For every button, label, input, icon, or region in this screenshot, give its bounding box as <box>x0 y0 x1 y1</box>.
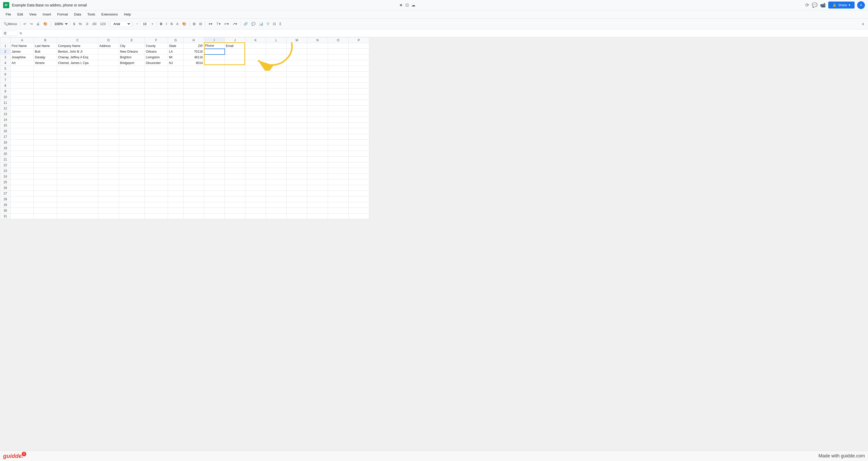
decrease-font-button[interactable]: − <box>134 21 140 27</box>
cell-M17[interactable] <box>287 134 307 140</box>
cell-D23[interactable] <box>98 168 119 174</box>
cell-P17[interactable] <box>349 134 369 140</box>
row-header-13[interactable]: 13 <box>0 111 10 117</box>
cell-P5[interactable] <box>349 66 369 71</box>
cell-N6[interactable] <box>307 71 328 77</box>
cell-A18[interactable] <box>10 140 34 145</box>
cell-B4[interactable]: Venere <box>34 60 57 66</box>
cell-I25[interactable] <box>204 179 225 185</box>
cell-G4[interactable]: NJ <box>168 60 183 66</box>
cell-D1[interactable]: Address <box>98 43 119 49</box>
cell-L11[interactable] <box>266 100 287 105</box>
cell-I12[interactable] <box>204 105 225 111</box>
cell-G14[interactable] <box>168 117 183 123</box>
cell-G10[interactable] <box>168 94 183 100</box>
chat-icon[interactable]: 💬 <box>812 2 817 8</box>
row-header-14[interactable]: 14 <box>0 117 10 123</box>
cell-P14[interactable] <box>349 117 369 123</box>
cell-A15[interactable] <box>10 123 34 128</box>
cell-G29[interactable] <box>168 202 183 208</box>
cell-P24[interactable] <box>349 174 369 179</box>
cell-G17[interactable] <box>168 134 183 140</box>
cell-E25[interactable] <box>119 179 145 185</box>
cell-P6[interactable] <box>349 71 369 77</box>
cell-J30[interactable] <box>225 208 245 213</box>
cell-M11[interactable] <box>287 100 307 105</box>
cell-G6[interactable] <box>168 71 183 77</box>
cell-C17[interactable] <box>57 134 98 140</box>
col-header-I[interactable]: I <box>204 37 225 43</box>
cell-C20[interactable] <box>57 151 98 157</box>
cell-F6[interactable] <box>145 71 168 77</box>
cell-K9[interactable] <box>245 89 266 94</box>
cell-J18[interactable] <box>225 140 245 145</box>
cell-O18[interactable] <box>328 140 349 145</box>
col-header-A[interactable]: A <box>10 37 34 43</box>
cell-N30[interactable] <box>307 208 328 213</box>
cell-H24[interactable] <box>183 174 204 179</box>
cell-H29[interactable] <box>183 202 204 208</box>
cell-M30[interactable] <box>287 208 307 213</box>
cell-P28[interactable] <box>349 196 369 202</box>
cell-F2[interactable]: Orleans <box>145 49 168 55</box>
cell-M14[interactable] <box>287 117 307 123</box>
cell-N5[interactable] <box>307 66 328 71</box>
cell-E12[interactable] <box>119 105 145 111</box>
row-header-8[interactable]: 8 <box>0 83 10 89</box>
cell-J5[interactable] <box>225 66 245 71</box>
cell-B24[interactable] <box>34 174 57 179</box>
cell-N20[interactable] <box>307 151 328 157</box>
cell-G26[interactable] <box>168 185 183 191</box>
menu-help[interactable]: Help <box>121 11 133 17</box>
cell-D17[interactable] <box>98 134 119 140</box>
cell-D3[interactable] <box>98 55 119 60</box>
cell-F25[interactable] <box>145 179 168 185</box>
cell-H8[interactable] <box>183 83 204 89</box>
cell-D31[interactable] <box>98 213 119 219</box>
cell-P12[interactable] <box>349 105 369 111</box>
chart-button[interactable]: 📊 <box>257 21 265 27</box>
cell-D22[interactable] <box>98 162 119 168</box>
cell-P8[interactable] <box>349 83 369 89</box>
cell-D30[interactable] <box>98 208 119 213</box>
cell-N19[interactable] <box>307 145 328 151</box>
cell-O25[interactable] <box>328 179 349 185</box>
cell-F28[interactable] <box>145 196 168 202</box>
cell-L16[interactable] <box>266 128 287 134</box>
cell-L21[interactable] <box>266 157 287 162</box>
cell-A29[interactable] <box>10 202 34 208</box>
cell-P23[interactable] <box>349 168 369 174</box>
cell-O24[interactable] <box>328 174 349 179</box>
cell-M23[interactable] <box>287 168 307 174</box>
cell-M16[interactable] <box>287 128 307 134</box>
cell-J11[interactable] <box>225 100 245 105</box>
cell-D24[interactable] <box>98 174 119 179</box>
cell-N9[interactable] <box>307 89 328 94</box>
cell-B13[interactable] <box>34 111 57 117</box>
cell-D29[interactable] <box>98 202 119 208</box>
paint-format-button[interactable]: 🎨 <box>42 21 49 27</box>
cell-M31[interactable] <box>287 213 307 219</box>
star-icon[interactable]: ★ <box>399 3 403 7</box>
cell-B21[interactable] <box>34 157 57 162</box>
filter-button[interactable]: ▽ <box>265 21 271 27</box>
cell-H18[interactable] <box>183 140 204 145</box>
cell-M1[interactable] <box>287 43 307 49</box>
cell-N29[interactable] <box>307 202 328 208</box>
currency-button[interactable]: $ <box>72 21 76 27</box>
cell-M9[interactable] <box>287 89 307 94</box>
cell-I11[interactable] <box>204 100 225 105</box>
cell-L28[interactable] <box>266 196 287 202</box>
cell-M15[interactable] <box>287 123 307 128</box>
cell-P20[interactable] <box>349 151 369 157</box>
cell-O30[interactable] <box>328 208 349 213</box>
cell-A20[interactable] <box>10 151 34 157</box>
cell-I15[interactable] <box>204 123 225 128</box>
cell-H13[interactable] <box>183 111 204 117</box>
cell-E17[interactable] <box>119 134 145 140</box>
cell-P10[interactable] <box>349 94 369 100</box>
cell-N10[interactable] <box>307 94 328 100</box>
cell-F10[interactable] <box>145 94 168 100</box>
cell-E31[interactable] <box>119 213 145 219</box>
cell-M18[interactable] <box>287 140 307 145</box>
